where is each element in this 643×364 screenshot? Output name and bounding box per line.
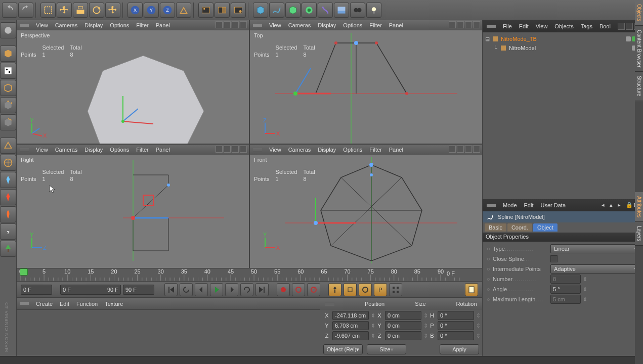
axis-mode-button[interactable] [0,155,16,171]
material-menu-create[interactable]: Create [36,301,53,307]
vp-menu-view[interactable]: View [269,147,281,153]
vtab-objects[interactable]: Objects [635,0,643,26]
property-select[interactable]: Linear▾ [550,244,641,253]
tree-button[interactable] [0,241,16,257]
position-field[interactable]: 6.703 cm [332,321,369,330]
object-mode-button[interactable] [0,46,16,62]
vp-menu-filter[interactable]: Filter [136,22,148,28]
om-search-icon[interactable] [618,23,625,30]
vp-menu-panel[interactable]: Panel [389,22,403,28]
vp-menu-panel[interactable]: Panel [156,147,170,153]
rotation-field[interactable]: 0 ° [438,321,474,330]
material-menu-edit[interactable]: Edit [60,301,69,307]
x-axis-button[interactable]: X [127,3,143,18]
rotate-tool-button[interactable] [89,3,104,18]
tweak-mode-button[interactable] [0,172,16,188]
uv-poly-mode-button[interactable] [0,206,16,222]
scale-tool-button[interactable] [73,3,88,18]
vp-camera-icon[interactable] [224,146,231,153]
move-tool-button[interactable] [57,3,72,18]
om-menu-view[interactable]: View [536,23,548,29]
vp-menu-options[interactable]: Options [110,147,129,153]
key-pla-button[interactable] [389,283,402,296]
property-number[interactable]: 5 ° [550,285,581,294]
render-settings-button[interactable] [231,3,246,18]
model-mode-button[interactable] [0,22,16,38]
redo-button[interactable] [18,3,33,18]
primitive-generator-button[interactable] [302,3,317,18]
om-menu-edit[interactable]: Edit [519,23,529,29]
attr-forward-icon[interactable]: ▸ [618,202,625,209]
viewport-right[interactable]: View Cameras Display Options Filter Pane… [17,145,249,268]
vp-grid-icon[interactable] [473,21,480,28]
position-field[interactable]: -9.607 cm [332,331,369,340]
vp-menu-options[interactable]: Options [343,147,362,153]
object-tree-row[interactable]: ⊟NitroMode_TB [485,34,643,43]
object-tree-row[interactable]: └NitroModel [485,43,643,53]
om-menu-objects[interactable]: Objects [554,23,573,29]
edge-mode-button[interactable] [0,114,16,130]
object-tree[interactable]: ⊟NitroMode_TB└NitroModel [483,32,643,199]
place-tool-button[interactable] [105,3,120,18]
prev-frame-button[interactable] [195,283,208,296]
rotation-field[interactable]: 0 ° [438,311,474,320]
vtab-structure[interactable]: Structure [635,72,643,101]
object-name[interactable]: NitroModel [509,45,536,51]
timeline-playhead[interactable] [20,268,28,276]
size-field[interactable]: 0 cm [385,311,421,320]
primitive-environment-button[interactable] [334,3,349,18]
vp-single-icon[interactable] [465,146,472,153]
vp-single-icon[interactable] [232,146,239,153]
z-axis-button[interactable]: Z [160,3,175,18]
vp-single-icon[interactable] [465,21,472,28]
vp-menu-display[interactable]: Display [318,22,336,28]
vp-menu-options[interactable]: Options [343,22,362,28]
vp-config-icon[interactable] [216,21,223,28]
key-rot-button[interactable] [359,283,372,296]
attr-lock-icon[interactable]: 🔒 [626,202,633,209]
vp-menu-view[interactable]: View [36,22,48,28]
vp-menu-filter[interactable]: Filter [136,147,148,153]
viewport-top[interactable]: View Cameras Display Options Filter Pane… [250,20,482,144]
attr-tab-basic[interactable]: Basic [485,223,506,232]
key-pos-button[interactable] [328,283,341,296]
vp-menu-view[interactable]: View [36,147,48,153]
vp-menu-display[interactable]: Display [84,22,103,28]
loop-button[interactable] [180,283,193,296]
om-menu-file[interactable]: File [503,23,512,29]
attr-menu-edit[interactable]: Edit [524,202,534,208]
polygon-mode-button[interactable] [0,138,16,154]
coord-mode-select[interactable]: Object (Rel) ▾ [323,344,363,354]
vp-menu-filter[interactable]: Filter [369,22,381,28]
vp-menu-cameras[interactable]: Cameras [55,147,78,153]
live-selection-button[interactable] [40,3,56,18]
attr-back-icon[interactable]: ◂ [602,202,609,209]
viewport-front[interactable]: View Cameras Display Options Filter Pane… [250,145,482,268]
vp-menu-display[interactable]: Display [318,147,336,153]
expand-icon[interactable]: └ [493,45,498,51]
property-select[interactable]: Adaptive▾ [550,264,641,274]
vp-camera-icon[interactable] [457,21,464,28]
property-checkbox[interactable] [550,255,558,262]
primitive-spline-button[interactable] [269,3,284,18]
rotation-field[interactable]: 0 ° [438,331,474,340]
help-button[interactable]: ? [0,223,16,240]
vp-camera-icon[interactable] [224,21,231,28]
attr-up-icon[interactable]: ▴ [610,202,617,209]
record-button[interactable] [277,283,290,296]
primitive-light-button[interactable] [366,3,381,18]
material-menu-function[interactable]: Function [76,301,98,307]
vp-menu-display[interactable]: Display [84,147,103,153]
vp-grid-icon[interactable] [240,146,247,153]
vp-menu-cameras[interactable]: Cameras [288,147,311,153]
point-mode-button[interactable] [0,97,16,113]
keyframe-selection-button[interactable]: ? [307,283,320,296]
viewport-handle-icon[interactable] [253,24,262,27]
position-field[interactable]: -247.118 cm [332,311,369,320]
timeline-ruler[interactable]: 0510152025303540455055606570758085900 F [17,268,482,281]
primitive-deformer-button[interactable] [318,3,333,18]
viewport-handle-icon[interactable] [253,149,262,151]
texture-mode-button[interactable] [0,63,16,79]
size-field[interactable]: 0 cm [385,331,421,340]
vp-menu-options[interactable]: Options [110,22,129,28]
